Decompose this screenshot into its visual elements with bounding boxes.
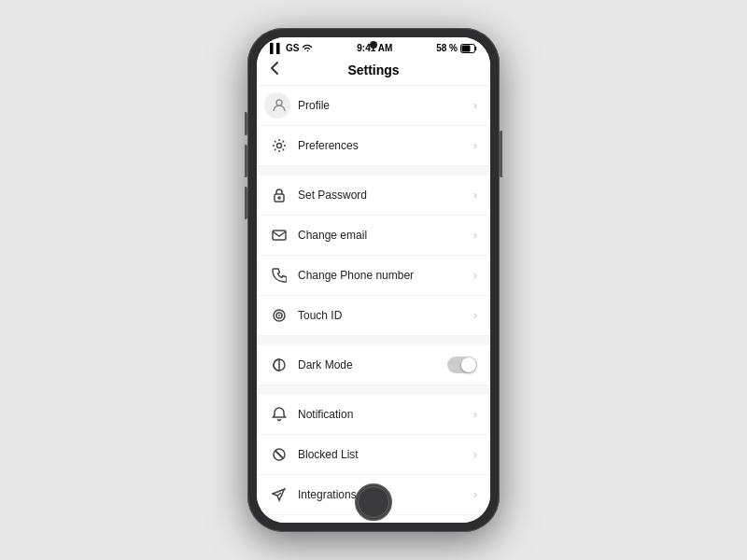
chevron-icon: › bbox=[473, 448, 477, 461]
svg-rect-1 bbox=[462, 45, 471, 51]
chevron-icon: › bbox=[473, 269, 477, 282]
chevron-icon: › bbox=[473, 309, 477, 322]
status-left: ▌▌ GS bbox=[270, 43, 313, 53]
svg-rect-4 bbox=[275, 194, 284, 202]
lock-icon bbox=[270, 186, 289, 204]
battery-percent: 58 % bbox=[436, 43, 458, 53]
section-divider-3 bbox=[257, 385, 490, 395]
phone-screen: ▌▌ GS 9:41 AM 58 % bbox=[257, 37, 490, 523]
section-appearance: Dark Mode bbox=[257, 345, 490, 385]
settings-item-change-phone[interactable]: Change Phone number › bbox=[257, 256, 490, 296]
section-security: Set Password › Change email › bbox=[257, 175, 490, 336]
page-title: Settings bbox=[347, 63, 399, 77]
section-divider-2 bbox=[257, 336, 490, 345]
battery-icon bbox=[460, 44, 477, 53]
fingerprint-icon bbox=[270, 306, 289, 325]
svg-point-3 bbox=[277, 144, 282, 148]
envelope-icon bbox=[270, 226, 289, 245]
settings-item-notification[interactable]: Notification › bbox=[257, 395, 490, 435]
svg-line-10 bbox=[277, 493, 281, 496]
chevron-icon: › bbox=[473, 189, 477, 202]
profile-label: Profile bbox=[298, 99, 473, 112]
settings-list: Profile › Preferences › bbox=[257, 86, 490, 523]
volume-up-button bbox=[245, 145, 247, 177]
wifi-icon bbox=[302, 44, 313, 53]
volume-down-button bbox=[245, 187, 247, 219]
profile-highlight bbox=[264, 92, 290, 119]
settings-item-profile[interactable]: Profile › bbox=[257, 86, 490, 126]
settings-item-dark-mode[interactable]: Dark Mode bbox=[257, 345, 490, 385]
settings-item-change-email[interactable]: Change email › bbox=[257, 216, 490, 256]
chevron-icon: › bbox=[473, 139, 477, 152]
chevron-icon: › bbox=[473, 488, 477, 501]
preferences-label: Preferences bbox=[298, 139, 473, 152]
dark-mode-label: Dark Mode bbox=[298, 358, 447, 371]
camera-notch bbox=[370, 41, 377, 49]
svg-point-5 bbox=[278, 197, 280, 199]
chevron-icon: › bbox=[473, 99, 477, 112]
phone-icon bbox=[270, 266, 289, 285]
change-email-label: Change email bbox=[298, 229, 473, 242]
touch-id-label: Touch ID bbox=[298, 309, 473, 322]
power-button bbox=[500, 131, 502, 177]
dark-mode-icon bbox=[270, 356, 289, 374]
chevron-icon: › bbox=[473, 408, 477, 421]
section-divider-1 bbox=[257, 166, 490, 175]
signal-icon: ▌▌ GS bbox=[270, 43, 299, 53]
change-phone-label: Change Phone number bbox=[298, 269, 473, 282]
nav-bar: Settings bbox=[257, 57, 490, 86]
send-icon bbox=[270, 485, 289, 504]
section-account: Profile › Preferences › bbox=[257, 86, 490, 166]
bell-icon bbox=[270, 405, 289, 424]
silent-button bbox=[245, 112, 247, 135]
settings-item-set-password[interactable]: Set Password › bbox=[257, 175, 490, 216]
set-password-label: Set Password bbox=[298, 189, 473, 202]
blocked-list-label: Blocked List bbox=[298, 448, 473, 461]
chevron-icon: › bbox=[473, 229, 477, 242]
settings-item-touch-id[interactable]: Touch ID › bbox=[257, 296, 490, 336]
home-button[interactable] bbox=[355, 483, 392, 521]
dark-mode-toggle[interactable] bbox=[447, 357, 477, 373]
settings-item-blocked-list[interactable]: Blocked List › bbox=[257, 435, 490, 475]
preferences-icon bbox=[270, 136, 289, 155]
svg-rect-6 bbox=[273, 231, 286, 240]
settings-item-preferences[interactable]: Preferences › bbox=[257, 126, 490, 166]
svg-line-9 bbox=[275, 451, 284, 459]
notification-label: Notification bbox=[298, 408, 473, 421]
phone-frame: ▌▌ GS 9:41 AM 58 % bbox=[247, 28, 500, 532]
status-right: 58 % bbox=[436, 43, 477, 53]
back-button[interactable] bbox=[270, 61, 279, 79]
blocked-icon bbox=[270, 445, 289, 464]
